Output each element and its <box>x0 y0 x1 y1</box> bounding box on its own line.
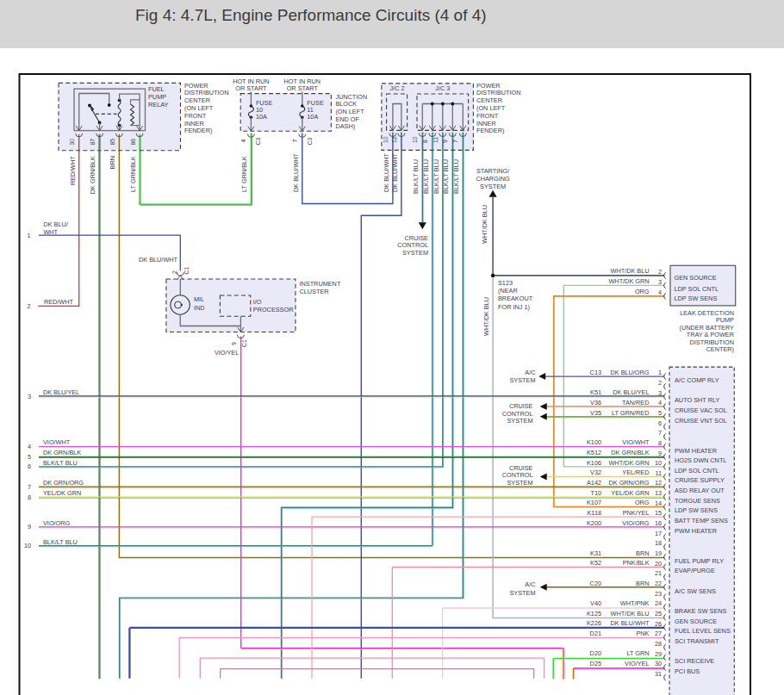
svg-text:DK BLU/WHT: DK BLU/WHT <box>391 152 399 192</box>
svg-text:RELAY: RELAY <box>148 101 169 109</box>
svg-text:CRUISE: CRUISE <box>404 234 428 242</box>
svg-text:OR START: OR START <box>235 84 267 92</box>
svg-text:SYSTEM: SYSTEM <box>507 479 532 487</box>
svg-text:WHT: WHT <box>43 228 58 236</box>
svg-text:(ON LEFT: (ON LEFT <box>184 104 214 112</box>
svg-text:V35: V35 <box>590 409 601 417</box>
svg-text:(ON LEFT: (ON LEFT <box>335 108 364 115</box>
svg-text:LT GRN/BLK: LT GRN/BLK <box>240 156 248 192</box>
svg-text:K512: K512 <box>587 449 601 456</box>
svg-text:BRAKE SW SENS: BRAKE SW SENS <box>675 607 727 615</box>
svg-text:FUEL PUMP RLY: FUEL PUMP RLY <box>675 557 724 565</box>
svg-text:20: 20 <box>655 560 662 568</box>
svg-text:9: 9 <box>28 523 31 531</box>
svg-text:12: 12 <box>655 479 662 487</box>
svg-text:BLK/LT BLU: BLK/LT BLU <box>43 538 78 546</box>
svg-text:A/C: A/C <box>525 580 535 588</box>
svg-text:YEL/RED: YEL/RED <box>622 469 649 476</box>
svg-text:3: 3 <box>658 389 662 397</box>
svg-text:D25: D25 <box>590 660 601 667</box>
svg-text:K106: K106 <box>587 459 601 467</box>
svg-text:LDP SOL CNTL: LDP SOL CNTL <box>675 467 719 475</box>
svg-text:DK GRN/ORG: DK GRN/ORG <box>608 479 649 487</box>
svg-text:BRN: BRN <box>636 580 649 587</box>
svg-text:LT GRN/RED: LT GRN/RED <box>612 409 650 417</box>
svg-text:K100: K100 <box>587 438 601 446</box>
svg-text:EVAP/PURGE: EVAP/PURGE <box>675 567 715 574</box>
svg-text:C3: C3 <box>255 138 261 146</box>
svg-text:CRUISE VNT SOL: CRUISE VNT SOL <box>675 417 727 425</box>
svg-text:BLK/LT BLU: BLK/LT BLU <box>432 159 440 194</box>
svg-text:PROCESSOR: PROCESSOR <box>253 306 294 313</box>
svg-text:DK BLU/YEL: DK BLU/YEL <box>43 388 79 396</box>
svg-text:DISTRIBUTION: DISTRIBUTION <box>184 89 228 96</box>
svg-text:13: 13 <box>655 489 662 497</box>
svg-text:31: 31 <box>655 670 662 678</box>
svg-text:9: 9 <box>658 450 662 457</box>
svg-text:YEL/DK GRN: YEL/DK GRN <box>43 489 81 497</box>
svg-text:8: 8 <box>422 140 428 143</box>
svg-text:LDP SOL CNTL: LDP SOL CNTL <box>675 285 719 293</box>
svg-text:IND: IND <box>194 304 205 312</box>
svg-text:INSTRUMENT: INSTRUMENT <box>300 280 341 288</box>
svg-text:C13: C13 <box>590 369 601 376</box>
svg-text:PUMP: PUMP <box>148 93 166 101</box>
svg-text:SYSTEM: SYSTEM <box>480 183 506 190</box>
svg-text:BATT TEMP SENS: BATT TEMP SENS <box>675 517 728 524</box>
svg-text:12: 12 <box>391 136 397 143</box>
svg-text:YEL/DK GRN: YEL/DK GRN <box>611 489 649 497</box>
svg-text:10: 10 <box>655 459 662 467</box>
svg-text:10: 10 <box>412 136 418 143</box>
svg-text:25: 25 <box>655 610 662 617</box>
svg-text:D21: D21 <box>590 630 601 637</box>
svg-text:4: 4 <box>28 443 31 450</box>
svg-text:CLUSTER: CLUSTER <box>300 288 329 295</box>
svg-text:HO2S DWN CNTL: HO2S DWN CNTL <box>675 456 726 464</box>
svg-text:CONTROL: CONTROL <box>397 241 428 249</box>
svg-text:FENDER): FENDER) <box>476 127 504 134</box>
svg-text:K226: K226 <box>587 619 601 627</box>
svg-text:VIO/YEL: VIO/YEL <box>625 660 649 667</box>
svg-text:K52: K52 <box>590 559 601 567</box>
svg-text:LDP SW SENS: LDP SW SENS <box>675 295 718 302</box>
svg-text:WHT/DK BLU: WHT/DK BLU <box>481 205 488 244</box>
svg-text:ORG: ORG <box>635 499 650 506</box>
svg-text:DK BLU/WHT: DK BLU/WHT <box>383 152 390 192</box>
svg-text:HOT IN RUN: HOT IN RUN <box>233 78 269 85</box>
svg-text:17: 17 <box>655 530 662 537</box>
svg-text:23: 23 <box>655 590 662 598</box>
svg-text:86: 86 <box>130 139 136 146</box>
svg-text:BLK/LT BLU: BLK/LT BLU <box>452 159 460 194</box>
svg-text:DK BLU/WHT: DK BLU/WHT <box>611 619 650 627</box>
svg-text:SYSTEM: SYSTEM <box>509 376 535 384</box>
svg-text:28: 28 <box>655 640 662 648</box>
svg-text:DISTRIBUTION: DISTRIBUTION <box>476 89 520 96</box>
svg-text:1: 1 <box>658 369 662 376</box>
svg-text:4: 4 <box>658 399 662 406</box>
svg-text:7: 7 <box>452 140 458 143</box>
svg-text:15: 15 <box>655 509 662 517</box>
svg-text:VIO/YEL: VIO/YEL <box>215 349 239 357</box>
svg-text:K31: K31 <box>590 549 601 557</box>
svg-text:WHT/DK BLU: WHT/DK BLU <box>611 267 650 275</box>
svg-text:DK BLU/WHT: DK BLU/WHT <box>292 152 300 192</box>
svg-text:BLK/LT BLU: BLK/LT BLU <box>43 459 78 467</box>
svg-text:TAN/RED: TAN/RED <box>622 399 650 406</box>
svg-text:SCI TRANSMIT: SCI TRANSMIT <box>675 637 719 645</box>
svg-text:A/C: A/C <box>525 369 535 376</box>
svg-text:LDP SW SENS: LDP SW SENS <box>675 506 718 514</box>
svg-text:CENTER: CENTER <box>184 96 210 104</box>
svg-text:16: 16 <box>655 519 662 527</box>
svg-text:6: 6 <box>658 419 662 427</box>
svg-text:FENDER): FENDER) <box>184 127 212 134</box>
svg-text:WHT/DK GRN: WHT/DK GRN <box>608 277 649 285</box>
svg-text:PCI BUS: PCI BUS <box>675 667 700 675</box>
svg-text:V40: V40 <box>590 599 601 607</box>
svg-text:BREAKOUT: BREAKOUT <box>498 295 533 302</box>
svg-text:A/C SW SENS: A/C SW SENS <box>675 587 716 595</box>
svg-text:LT GRN: LT GRN <box>626 649 649 657</box>
svg-text:3: 3 <box>28 393 31 400</box>
svg-text:JUNCTION: JUNCTION <box>335 93 367 101</box>
svg-text:BRN: BRN <box>109 156 116 169</box>
svg-text:BRN: BRN <box>636 549 649 557</box>
